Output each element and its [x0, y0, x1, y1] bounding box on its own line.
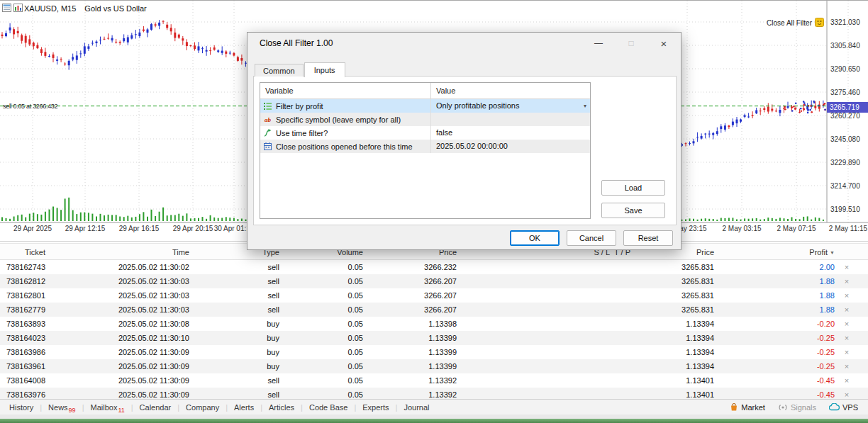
- cell-tp: [614, 317, 634, 331]
- input-row-filter-by-profit[interactable]: Filter by profitOnly profitable position…: [260, 99, 590, 113]
- close-position-button[interactable]: ×: [839, 388, 855, 399]
- trade-row[interactable]: 7381639862025.05.02 11:30:09buy0.051.133…: [0, 345, 868, 359]
- cell-price-current: 3265.831: [634, 274, 718, 288]
- column-header-time[interactable]: Time: [50, 244, 194, 259]
- load-button[interactable]: Load: [601, 180, 665, 196]
- cell-tp: [614, 260, 634, 274]
- toolbox-tab-news[interactable]: News99: [42, 403, 82, 412]
- input-value[interactable]: false: [430, 126, 590, 140]
- bool-icon: [262, 128, 273, 137]
- input-variable: Use time filter?: [276, 127, 328, 140]
- close-position-button[interactable]: ×: [839, 260, 855, 274]
- market-button[interactable]: Market: [730, 402, 765, 412]
- cell-sl: [461, 288, 614, 303]
- toolbox-tab-experts[interactable]: Experts: [356, 403, 395, 412]
- column-header-profit[interactable]: Profit ▼: [718, 244, 839, 259]
- ok-button[interactable]: OK: [510, 230, 560, 246]
- expert-advisor-label[interactable]: Close All Filter: [767, 18, 824, 28]
- cell-volume: 0.05: [284, 359, 367, 373]
- cell-time: 2025.05.02 11:30:09: [50, 388, 194, 399]
- trade-row[interactable]: 7381640082025.05.02 11:30:09sell0.051.13…: [0, 373, 868, 388]
- cell-ticket: 738164008: [0, 373, 50, 388]
- cell-time: 2025.05.02 11:30:09: [50, 345, 194, 359]
- variable-column-header: Variable: [260, 83, 430, 99]
- time-tick: 2 May 11:15: [829, 225, 867, 232]
- minimize-icon[interactable]: —: [582, 33, 615, 54]
- cell-type: sell: [194, 260, 284, 274]
- cell-type: buy: [194, 345, 284, 359]
- input-row-specific-symbol-leave-empty-for-all[interactable]: abSpecific symbol (leave empty for all): [260, 113, 590, 126]
- trade-row[interactable]: 7381628122025.05.02 11:30:03sell0.053266…: [0, 274, 868, 288]
- market-icon: [730, 402, 738, 412]
- trade-row[interactable]: 7381627432025.05.02 11:30:02sell0.053266…: [0, 260, 868, 274]
- trade-row[interactable]: 7381628012025.05.02 11:30:03sell0.053266…: [0, 288, 868, 303]
- signals-icon: [778, 403, 788, 412]
- trade-row[interactable]: 7381639762025.05.02 11:30:09sell0.051.13…: [0, 388, 868, 399]
- cell-time: 2025.05.02 11:30:02: [50, 260, 194, 274]
- price-tick: 3321.030: [830, 18, 860, 26]
- cell-sl: [461, 274, 614, 288]
- column-header-ticket[interactable]: Ticket: [0, 244, 50, 259]
- close-icon[interactable]: ×: [647, 33, 680, 54]
- close-position-button[interactable]: ×: [839, 345, 855, 359]
- trade-row[interactable]: 7381639612025.05.02 11:30:09buy0.051.133…: [0, 359, 868, 373]
- cell-volume: 0.05: [284, 317, 367, 331]
- cell-profit: -0.25: [718, 331, 839, 345]
- trade-row[interactable]: 7381638932025.05.02 11:30:08buy0.051.133…: [0, 317, 868, 331]
- vps-icon: [829, 403, 840, 411]
- time-tick: 29 Apr 2025: [13, 225, 52, 232]
- toolbox-tab-code-base[interactable]: Code Base: [303, 403, 354, 412]
- cell-profit: 1.88: [718, 303, 839, 317]
- trade-row[interactable]: 7381627792025.05.02 11:30:03sell0.053266…: [0, 303, 868, 317]
- cell-tp: [614, 373, 634, 388]
- time-tick: 29 Apr 12:15: [65, 225, 106, 232]
- cell-price-open: 3266.232: [367, 260, 461, 274]
- close-position-button[interactable]: ×: [839, 317, 855, 331]
- input-value[interactable]: 2025.05.02 00:00:00: [430, 140, 590, 153]
- dialog-tabs: CommonInputs: [255, 62, 346, 77]
- toolbox-tab-company[interactable]: Company: [179, 403, 226, 412]
- close-position-button[interactable]: ×: [839, 303, 855, 317]
- price-tick: 3214.700: [830, 182, 860, 190]
- dialog-tab-inputs[interactable]: Inputs: [304, 62, 345, 77]
- cell-price-open: 3266.207: [367, 274, 461, 288]
- signals-button[interactable]: Signals: [778, 403, 816, 412]
- close-position-button[interactable]: ×: [839, 359, 855, 373]
- ea-icon: [815, 18, 824, 28]
- close-position-button[interactable]: ×: [839, 274, 855, 288]
- reset-button[interactable]: Reset: [623, 230, 673, 246]
- toolbox-tab-mailbox[interactable]: Mailbox11: [84, 403, 130, 412]
- close-position-button[interactable]: ×: [839, 331, 855, 345]
- toolbox-tab-articles[interactable]: Articles: [262, 403, 301, 412]
- close-position-button[interactable]: ×: [839, 373, 855, 388]
- toolbox-tab-history[interactable]: History: [3, 403, 40, 412]
- vps-button[interactable]: VPS: [829, 403, 858, 412]
- input-row-use-time-filter[interactable]: Use time filter?false: [260, 126, 590, 140]
- cell-volume: 0.05: [284, 260, 367, 274]
- cell-price-open: 1.13398: [367, 317, 461, 331]
- input-row-close-positions-opened-before-this-time[interactable]: Close positions opened before this time2…: [260, 140, 590, 153]
- cell-tp: [614, 274, 634, 288]
- ea-name: Close All Filter: [767, 19, 812, 27]
- cell-time: 2025.05.02 11:30:10: [50, 331, 194, 345]
- cancel-button[interactable]: Cancel: [567, 230, 616, 246]
- ea-inputs-dialog: Close All Filter 1.00 — □ × CommonInputs…: [247, 32, 681, 250]
- symbol-description: Gold vs US Dollar: [84, 4, 146, 13]
- save-button[interactable]: Save: [601, 203, 665, 218]
- dropdown-arrow-icon[interactable]: ▾: [584, 99, 586, 113]
- cell-price-current: 1.13394: [634, 345, 718, 359]
- dialog-tab-common[interactable]: Common: [255, 64, 304, 77]
- trade-row[interactable]: 7381640232025.05.02 11:30:10buy0.051.133…: [0, 331, 868, 345]
- unread-count-badge: 11: [118, 407, 124, 414]
- cell-profit: -0.45: [718, 373, 839, 388]
- cell-ticket: 738164023: [0, 331, 50, 345]
- toolbox-tab-journal[interactable]: Journal: [397, 403, 435, 412]
- toolbox-tab-alerts[interactable]: Alerts: [228, 403, 260, 412]
- input-variable: Close positions opened before this time: [276, 140, 413, 153]
- toolbox-tab-calendar[interactable]: Calendar: [133, 403, 178, 412]
- input-value[interactable]: Only profitable positions▾: [430, 99, 590, 113]
- input-value[interactable]: [430, 113, 590, 126]
- close-position-button[interactable]: ×: [839, 288, 855, 303]
- cell-sl: [461, 303, 614, 317]
- enum-icon: [262, 101, 273, 111]
